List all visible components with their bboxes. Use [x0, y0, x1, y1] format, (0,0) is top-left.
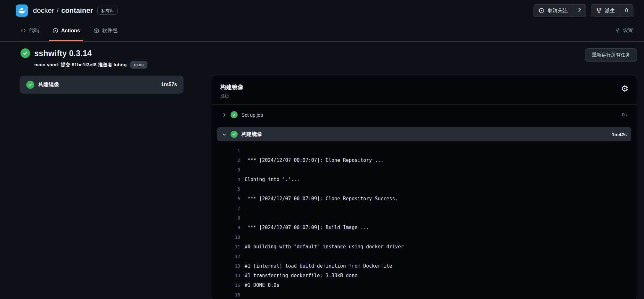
gear-icon[interactable]: ⚙	[621, 84, 629, 93]
log-line[interactable]: 8	[211, 213, 637, 223]
tab-actions-label: Actions	[61, 28, 80, 34]
code-icon	[20, 28, 26, 33]
log-line-text: #1 transferring dockerfile: 3.33kB done	[240, 273, 357, 278]
log-line[interactable]: 13 #1 [internal] load build definition f…	[211, 261, 637, 271]
private-repo-badge: 私有库	[97, 7, 118, 15]
log-line-number[interactable]: 12	[211, 254, 240, 259]
log-line-number[interactable]: 7	[211, 206, 240, 211]
step-log-output: 1 2 *** [2024/12/07 00:07:07]: Clone Rep…	[211, 141, 637, 299]
step-build-image[interactable]: 构建镜像 1m42s	[217, 127, 631, 141]
fork-count[interactable]: 0	[620, 4, 633, 17]
chevron-right-icon	[222, 113, 227, 117]
repo-title: docker / container	[33, 6, 93, 15]
log-line-number[interactable]: 10	[211, 235, 240, 240]
step-duration: 1m42s	[612, 132, 627, 137]
log-line-number[interactable]: 14	[211, 273, 240, 278]
log-line-number[interactable]: 15	[211, 283, 240, 288]
log-line[interactable]: 4 Cloning into '.'...	[211, 175, 637, 184]
log-line-text: Cloning into '.'...	[240, 177, 300, 182]
tab-settings[interactable]: 设置	[611, 21, 636, 41]
wrench-icon	[615, 28, 620, 33]
top-navbar: docker / container 私有库 取消关注 2	[0, 0, 644, 21]
log-line-number[interactable]: 5	[211, 187, 240, 192]
run-header: sshwifty 0.3.14 main.yaml: 提交 61be1f3ef8…	[20, 48, 637, 69]
log-line-number[interactable]: 6	[211, 196, 240, 201]
tab-packages[interactable]: 软件包	[90, 21, 121, 41]
log-line-number[interactable]: 2	[211, 158, 240, 163]
repo-action-buttons: 取消关注 2 派生 0	[534, 4, 633, 17]
log-line-number[interactable]: 13	[211, 263, 240, 269]
log-line[interactable]: 15 #1 DONE 0.0s	[211, 280, 637, 290]
docker-logo-icon	[18, 6, 26, 15]
run-title: sshwifty 0.3.14	[34, 49, 92, 58]
log-line-text: *** [2024/12/07 00:07:09]: Build Image .…	[240, 225, 369, 230]
chevron-down-icon	[222, 132, 227, 137]
tab-code-label: 代码	[29, 27, 39, 34]
log-line[interactable]: 2 *** [2024/12/07 00:07:07]: Clone Repos…	[211, 155, 637, 165]
log-line-number[interactable]: 8	[211, 215, 240, 220]
jobs-list: 构建镜像 1m57s	[20, 76, 183, 94]
run-commit-line: main.yaml: 提交 61be1f3ef8 推送者 luting	[34, 62, 126, 68]
eye-icon	[539, 8, 544, 13]
step-name: 构建镜像	[241, 131, 262, 138]
tab-packages-label: 软件包	[102, 27, 118, 34]
job-duration: 1m57s	[161, 82, 177, 87]
log-line[interactable]: 12	[211, 252, 637, 261]
log-line[interactable]: 10	[211, 232, 637, 242]
repo-name-link[interactable]: container	[61, 6, 93, 15]
log-line[interactable]: 6 *** [2024/12/07 00:07:09]: Clone Repos…	[211, 194, 637, 203]
job-success-icon	[26, 81, 34, 89]
repo-tabbar: 代码 Actions 软件包 设置	[0, 21, 644, 42]
job-panel-header: 构建镜像 成功 ⚙	[211, 76, 637, 105]
log-line[interactable]: 11 #0 building with "default" instance u…	[211, 242, 637, 252]
log-line-text: #0 building with "default" instance usin…	[240, 244, 404, 250]
branch-badge[interactable]: main	[130, 61, 147, 69]
rerun-all-jobs-button[interactable]: 重新运行所有任务	[585, 48, 637, 62]
log-line[interactable]: 5	[211, 184, 637, 194]
log-line-text: *** [2024/12/07 00:07:09]: Clone Reposit…	[240, 196, 398, 202]
tab-code[interactable]: 代码	[17, 21, 42, 41]
log-line-text: #1 DONE 0.0s	[240, 282, 279, 288]
log-line[interactable]: 16	[211, 290, 637, 299]
job-name: 构建镜像	[38, 81, 59, 88]
log-line-text: *** [2024/12/07 00:07:07]: Clone Reposit…	[240, 157, 383, 163]
repo-owner-link[interactable]: docker	[33, 6, 54, 15]
log-line-text: #1 [internal] load build definition from…	[240, 263, 392, 269]
log-line-number[interactable]: 4	[211, 177, 240, 182]
log-line[interactable]: 7	[211, 203, 637, 213]
log-line-number[interactable]: 16	[211, 292, 240, 297]
repo-title-slash: /	[57, 6, 59, 15]
play-circle-icon	[53, 28, 58, 34]
job-item-build-image[interactable]: 构建镜像 1m57s	[20, 76, 183, 94]
fork-button-label: 派生	[605, 7, 615, 14]
package-icon	[94, 28, 99, 34]
log-line-number[interactable]: 1	[211, 148, 240, 153]
step-success-icon	[231, 131, 238, 138]
run-content: 构建镜像 1m57s 构建镜像 成功 ⚙ Set up job 0s	[20, 76, 637, 299]
log-line-number[interactable]: 11	[211, 244, 240, 249]
log-line[interactable]: 3	[211, 165, 637, 175]
log-line[interactable]: 1	[211, 146, 637, 155]
fork-icon	[596, 8, 602, 13]
watch-button-label: 取消关注	[547, 7, 568, 14]
run-success-icon	[20, 48, 30, 58]
job-panel-status: 成功	[220, 93, 628, 99]
job-steps: Set up job 0s 构建镜像 1m42s	[211, 105, 637, 141]
fork-button[interactable]: 派生 0	[591, 4, 633, 17]
watch-button[interactable]: 取消关注 2	[534, 4, 586, 17]
watch-count[interactable]: 2	[573, 4, 586, 17]
log-line[interactable]: 14 #1 transferring dockerfile: 3.33kB do…	[211, 271, 637, 280]
tab-actions[interactable]: Actions	[49, 21, 83, 41]
step-name: Set up job	[241, 112, 263, 118]
job-detail-panel: 构建镜像 成功 ⚙ Set up job 0s	[211, 76, 637, 299]
tab-settings-label: 设置	[623, 27, 633, 34]
step-setup-job[interactable]: Set up job 0s	[217, 107, 631, 123]
log-line-number[interactable]: 3	[211, 167, 240, 172]
step-success-icon	[231, 111, 238, 118]
job-panel-title: 构建镜像	[220, 83, 628, 91]
repo-avatar[interactable]	[16, 4, 28, 17]
log-line-number[interactable]: 9	[211, 225, 240, 230]
log-line[interactable]: 9 *** [2024/12/07 00:07:09]: Build Image…	[211, 223, 637, 232]
step-duration: 0s	[622, 112, 627, 117]
